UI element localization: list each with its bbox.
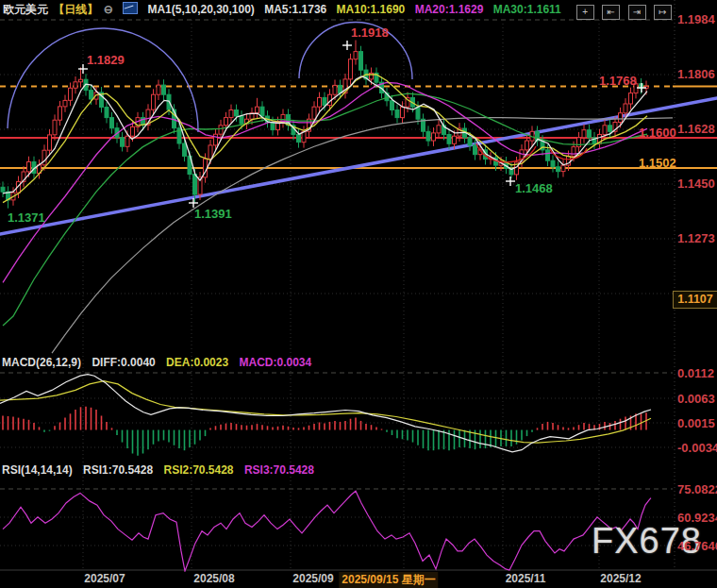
macd-axis-label: 0.0063: [677, 392, 715, 406]
annotation-low-june: 1.1371: [8, 210, 45, 225]
macd-macd-value: MACD:0.0034: [239, 356, 311, 369]
chart-window: FX678 欧元美元 【日线】 ⊖ MA1(5,10,20,30,100) MA…: [0, 0, 717, 588]
annotation-double-bottom: 1.1468: [515, 181, 553, 195]
ma30-value: MA30:1.1611: [493, 3, 561, 16]
chart-canvas[interactable]: [0, 0, 717, 588]
annotation-resistance: 1.1768: [599, 74, 637, 88]
rsi1-value: RSI1:70.5428: [83, 463, 153, 477]
rsi-axis-label: 75.0822: [677, 482, 717, 496]
ma-settings-label: MA1(5,10,20,30,100): [147, 3, 254, 16]
macd-axis-label: -0.0034: [677, 441, 717, 455]
macd-name: MACD(26,12,9): [2, 356, 81, 369]
rsi3-value: RSI3:70.5428: [244, 463, 314, 477]
period-label[interactable]: 【日线】: [53, 3, 98, 16]
rsi-header: RSI(14,14,14) RSI1:70.5428 RSI2:70.5428 …: [2, 463, 322, 477]
annotation-low-august: 1.1391: [194, 207, 232, 221]
x-axis-highlight-date: 2025/09/15 星期一: [339, 572, 438, 588]
symbol-title: 欧元美元: [3, 3, 48, 16]
annotation-high-september: 1.1918: [351, 25, 389, 40]
macd-dea-value: DEA:0.0023: [166, 356, 228, 369]
price-axis-label: 1.1984: [677, 12, 715, 26]
price-axis-label: 1.1806: [677, 67, 715, 81]
compress-axis-icon[interactable]: ⇤: [602, 5, 620, 20]
price-axis-label: 1.1273: [677, 231, 715, 245]
rsi-name: RSI(14,14,14): [2, 463, 73, 477]
chart-type-icon[interactable]: [123, 2, 138, 14]
rsi-axis-label: 60.9234: [677, 511, 717, 525]
rsi-pane: [3, 491, 651, 571]
ma10-value: MA10:1.1690: [337, 3, 406, 16]
pan-icon[interactable]: +: [576, 5, 594, 20]
price-pane: [1, 23, 673, 354]
x-axis-label: 2025/09: [292, 572, 333, 585]
macd-diff-value: DIFF:0.0040: [92, 356, 155, 369]
macd-pane: [0, 375, 651, 456]
collapse-icon[interactable]: ⊖: [104, 3, 113, 16]
ma20-value: MA20:1.1629: [415, 3, 484, 16]
annotation-support-1600: 1.1600: [639, 126, 676, 140]
macd-axis-label: 0.0015: [677, 416, 715, 430]
price-axis-label: 1.1450: [677, 176, 715, 191]
x-axis-label: 2025/07: [84, 572, 125, 585]
x-axis-label: 2025/11: [506, 572, 546, 585]
x-axis-label: 2025/08: [193, 572, 234, 585]
chart-toolbar: + ⇤ ⇥ ↦: [573, 2, 672, 20]
rsi2-value: RSI2:70.5428: [163, 463, 233, 477]
macd-header: MACD(26,12,9) DIFF:0.0040 DEA:0.0023 MAC…: [2, 356, 319, 369]
chart-header: 欧元美元 【日线】 ⊖ MA1(5,10,20,30,100) MA5:1.17…: [3, 2, 568, 18]
rsi-axis-label: 46.7646: [677, 539, 717, 553]
annotation-support-1502: 1.1502: [639, 156, 676, 170]
macd-axis-label: 0.0112: [677, 366, 714, 380]
price-marker-badge: 1.1107: [673, 291, 717, 309]
reset-view-icon[interactable]: ↦: [654, 5, 672, 20]
x-axis-label: 2025/12: [600, 572, 641, 585]
expand-axis-icon[interactable]: ⇥: [628, 5, 646, 20]
ma5-value: MA5:1.1736: [264, 3, 326, 16]
annotation-high-july: 1.1829: [87, 53, 125, 67]
price-axis-label: 1.1628: [677, 122, 715, 136]
